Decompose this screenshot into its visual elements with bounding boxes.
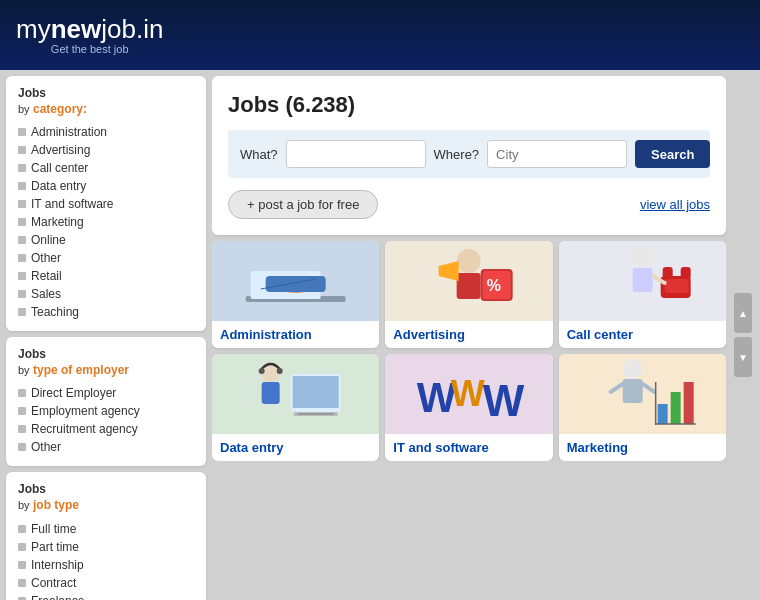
logo-domain: job.in — [101, 14, 163, 44]
sidebar-category-box: Jobs by category: Administration Adverti… — [6, 76, 206, 331]
svg-rect-17 — [680, 267, 690, 279]
sidebar-item-other-employer[interactable]: Other — [18, 438, 194, 456]
category-card-administration[interactable]: Administration — [212, 241, 379, 348]
category-label-callcenter: Call center — [559, 321, 726, 348]
sidebar: Jobs by category: Administration Adverti… — [6, 76, 206, 594]
svg-point-21 — [259, 368, 265, 374]
svg-text:%: % — [487, 277, 501, 294]
sidebar-item-teaching[interactable]: Teaching — [18, 303, 194, 321]
svg-rect-14 — [632, 268, 652, 292]
svg-rect-16 — [662, 267, 672, 279]
category-card-marketing[interactable]: Marketing — [559, 354, 726, 461]
search-row: What? Where? Search — [228, 130, 710, 178]
search-button[interactable]: Search — [635, 140, 710, 168]
where-label: Where? — [434, 147, 480, 162]
category-image-dataentry — [212, 354, 379, 434]
svg-text:W: W — [483, 376, 525, 425]
sidebar-category-title: Jobs by category: — [18, 86, 194, 117]
logo-new: new — [51, 14, 102, 44]
svg-marker-12 — [439, 261, 459, 281]
svg-line-34 — [642, 384, 654, 392]
sidebar-item-it[interactable]: IT and software — [18, 195, 194, 213]
sidebar-item-marketing[interactable]: Marketing — [18, 213, 194, 231]
svg-rect-23 — [262, 382, 280, 404]
sidebar-item-recruitment-agency[interactable]: Recruitment agency — [18, 420, 194, 438]
sidebar-item-internship[interactable]: Internship — [18, 556, 194, 574]
category-image-callcenter — [559, 241, 726, 321]
sidebar-item-advertising[interactable]: Advertising — [18, 141, 194, 159]
scroll-up-arrow[interactable]: ▲ — [734, 293, 752, 333]
category-image-it: W W W — [385, 354, 552, 434]
sidebar-jobtype-title: Jobs by job type — [18, 482, 194, 513]
sidebar-item-dataentry[interactable]: Data entry — [18, 177, 194, 195]
sidebar-item-direct-employer[interactable]: Direct Employer — [18, 384, 194, 402]
main-content: Jobs (6.238) What? Where? Search + post … — [212, 76, 726, 594]
svg-rect-32 — [622, 379, 642, 403]
category-card-dataentry[interactable]: Data entry — [212, 354, 379, 461]
svg-point-6 — [457, 249, 481, 273]
svg-point-13 — [631, 246, 653, 268]
sidebar-item-contract[interactable]: Contract — [18, 574, 194, 592]
sidebar-employer-title: Jobs by type of employer — [18, 347, 194, 378]
category-label-marketing: Marketing — [559, 434, 726, 461]
logo-text: mynewjob.in — [16, 15, 163, 44]
sidebar-category-list: Administration Advertising Call center D… — [18, 123, 194, 321]
sidebar-item-employment-agency[interactable]: Employment agency — [18, 402, 194, 420]
sidebar-item-administration[interactable]: Administration — [18, 123, 194, 141]
sidebar-jobtype-box: Jobs by job type Full time Part time Int… — [6, 472, 206, 600]
logo[interactable]: mynewjob.in Get the best job — [16, 15, 163, 56]
sidebar-item-sales[interactable]: Sales — [18, 285, 194, 303]
right-panel: ▲ ▼ — [732, 76, 754, 594]
svg-rect-36 — [670, 392, 680, 424]
what-label: What? — [240, 147, 278, 162]
svg-text:W: W — [451, 373, 485, 414]
category-card-advertising[interactable]: % Advertising — [385, 241, 552, 348]
what-input[interactable] — [286, 140, 426, 168]
sidebar-item-callcenter[interactable]: Call center — [18, 159, 194, 177]
header: mynewjob.in Get the best job — [0, 0, 760, 70]
sidebar-item-fulltime[interactable]: Full time — [18, 520, 194, 538]
sidebar-item-parttime[interactable]: Part time — [18, 538, 194, 556]
svg-rect-27 — [298, 413, 334, 415]
sidebar-jobtype-list: Full time Part time Internship Contract … — [18, 520, 194, 600]
category-label-administration: Administration — [212, 321, 379, 348]
category-label-dataentry: Data entry — [212, 434, 379, 461]
svg-point-31 — [622, 359, 642, 379]
sidebar-item-online[interactable]: Online — [18, 231, 194, 249]
action-row: + post a job for free view all jobs — [228, 190, 710, 219]
category-image-marketing — [559, 354, 726, 434]
category-image-advertising: % — [385, 241, 552, 321]
svg-point-22 — [277, 368, 283, 374]
logo-my: my — [16, 14, 51, 44]
jobs-count-title: Jobs (6.238) — [228, 92, 710, 118]
sidebar-employer-list: Direct Employer Employment agency Recrui… — [18, 384, 194, 456]
where-input[interactable] — [487, 140, 627, 168]
post-job-button[interactable]: + post a job for free — [228, 190, 378, 219]
svg-rect-25 — [293, 376, 339, 408]
search-panel: Jobs (6.238) What? Where? Search + post … — [212, 76, 726, 235]
sidebar-item-retail[interactable]: Retail — [18, 267, 194, 285]
category-image-administration — [212, 241, 379, 321]
sidebar-item-other-cat[interactable]: Other — [18, 249, 194, 267]
sidebar-item-freelance[interactable]: Freelance — [18, 592, 194, 600]
svg-rect-18 — [664, 279, 688, 293]
scroll-down-arrow[interactable]: ▼ — [734, 337, 752, 377]
svg-rect-37 — [683, 382, 693, 424]
category-label-it: IT and software — [385, 434, 552, 461]
svg-rect-4 — [266, 276, 326, 292]
category-label-advertising: Advertising — [385, 321, 552, 348]
layout: Jobs by category: Administration Adverti… — [0, 70, 760, 600]
category-grid: Administration % — [212, 241, 726, 461]
view-all-link[interactable]: view all jobs — [640, 197, 710, 212]
sidebar-employer-box: Jobs by type of employer Direct Employer… — [6, 337, 206, 466]
category-card-callcenter[interactable]: Call center — [559, 241, 726, 348]
svg-rect-7 — [457, 273, 481, 299]
svg-line-33 — [610, 384, 622, 392]
logo-tagline: Get the best job — [16, 43, 163, 55]
category-card-it[interactable]: W W W IT and software — [385, 354, 552, 461]
svg-rect-35 — [657, 404, 667, 424]
